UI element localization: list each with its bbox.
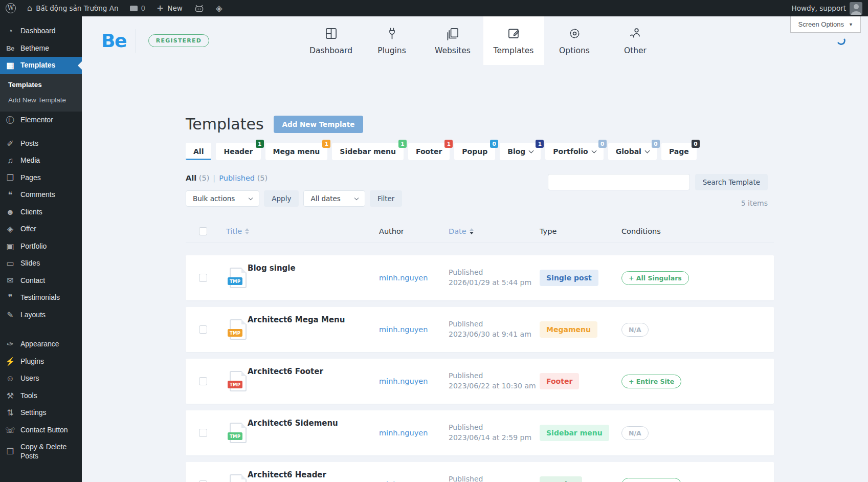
condition-pill[interactable]: + Entire Site <box>621 478 681 482</box>
betheme-nav-item[interactable]: Other <box>605 16 666 65</box>
add-new-template-button[interactable]: Add New Template <box>274 116 364 133</box>
sidebar-item[interactable]: ☺ Users <box>0 370 82 387</box>
sidebar-item[interactable]: ❝ Comments <box>0 186 82 204</box>
template-edit-icon <box>507 27 521 40</box>
filter-tab[interactable]: Popup 0 <box>454 143 495 160</box>
sidebar-item[interactable]: ▣ Portfolio <box>0 238 82 255</box>
sidebar-item[interactable]: ❐ Pages <box>0 169 82 187</box>
sidebar-item[interactable]: Templates <box>0 74 82 93</box>
sidebar-item[interactable]: ✐ Posts <box>0 135 82 152</box>
sidebar-item[interactable]: ◈ Offer <box>0 221 82 238</box>
column-date[interactable]: Date <box>449 227 540 235</box>
filter-tab[interactable]: Blog 1 <box>500 143 541 160</box>
column-title[interactable]: Title <box>219 227 379 235</box>
site-name-menu[interactable]: ⌂ Bất động sản Trường An <box>21 0 124 16</box>
select-all-checkbox[interactable] <box>199 227 207 235</box>
page-head: Templates Add New Template <box>186 115 774 133</box>
view-published-link[interactable]: Published (5) <box>219 174 268 182</box>
sidebar-item[interactable]: Add New Template <box>0 93 82 112</box>
sidebar-item[interactable]: ◔ Dashboard <box>0 23 82 40</box>
template-title-link[interactable]: Architect6 Header <box>248 470 326 479</box>
count-badge: 1 <box>398 140 407 148</box>
count-badge: 0 <box>490 140 498 148</box>
sidebar-item[interactable]: ▦ Templates <box>0 57 82 74</box>
author-link[interactable]: minh.nguyen <box>379 429 449 437</box>
wordpress-logo-menu[interactable]: W <box>0 0 21 16</box>
column-conditions: Conditions <box>621 227 774 235</box>
sidebar-item[interactable]: ▭ Slides <box>0 255 82 272</box>
condition-pill[interactable]: N/A <box>621 426 649 440</box>
row-checkbox[interactable] <box>199 274 207 282</box>
condition-pill[interactable]: N/A <box>621 323 649 337</box>
search-input[interactable] <box>548 174 690 190</box>
template-title-link[interactable]: Architect6 Sidemenu <box>248 419 338 428</box>
type-badge: Header <box>540 476 582 482</box>
betheme-nav-item[interactable]: Websites <box>422 16 483 65</box>
betheme-nav-item[interactable]: Templates <box>483 16 544 65</box>
sidebar-item[interactable]: ✉ Contact <box>0 272 82 290</box>
offer-icon: ◈ <box>5 225 15 233</box>
bulk-actions-select[interactable]: Bulk actions <box>186 190 259 207</box>
view-all-link[interactable]: All (5) <box>186 174 209 182</box>
column-author: Author <box>379 227 449 235</box>
new-content-menu[interactable]: + New <box>151 0 188 16</box>
betheme-logo[interactable]: Be <box>101 32 126 50</box>
condition-pill[interactable]: + Entire Site <box>621 375 681 388</box>
account-menu[interactable]: Howdy, support <box>786 0 868 16</box>
sidebar-item[interactable]: ✎ Layouts <box>0 306 82 324</box>
sidebar-item[interactable]: ⇅ Settings <box>0 404 82 422</box>
wordpress-logo-icon: W <box>6 3 16 13</box>
sidebar-item[interactable]: ⚡ Plugins <box>0 353 82 370</box>
filter-tab[interactable]: Global 0 <box>608 143 657 160</box>
search-template-button[interactable]: Search Template <box>695 174 768 190</box>
filter-tab[interactable]: Mega menu 1 <box>265 143 328 160</box>
admin-comments-menu[interactable]: 0 <box>124 0 151 16</box>
sidebar-item[interactable]: ✑ Appearance <box>0 336 82 353</box>
filter-tab[interactable]: Page 0 <box>661 143 697 160</box>
sidebar-item[interactable]: Be Betheme <box>0 40 82 57</box>
offer-menu[interactable]: ◈ <box>210 0 228 16</box>
template-file-icon: TMP <box>230 474 247 482</box>
betheme-nav-item[interactable]: Options <box>544 16 605 65</box>
howdy-text: Howdy, support <box>792 4 846 12</box>
row-checkbox[interactable] <box>199 377 207 385</box>
author-link[interactable]: minh.nguyen <box>379 274 449 282</box>
filter-tab[interactable]: All <box>186 143 211 160</box>
chevron-down-icon <box>644 148 650 153</box>
dates-filter-select[interactable]: All dates <box>303 190 365 207</box>
date-cell: Published 2023/06/14 at 2:39 pm <box>449 474 540 482</box>
condition-pill[interactable]: + All Singulars <box>621 271 689 285</box>
filter-tab[interactable]: Header 1 <box>216 143 260 160</box>
table-row: TMP Architect6 Mega Menu minh.nguyen Pub… <box>186 307 774 352</box>
betheme-nav-item[interactable]: Plugins <box>362 16 422 65</box>
diamond-icon: ◈ <box>216 4 222 13</box>
sidebar-item[interactable]: ❞ Testimonials <box>0 289 82 306</box>
comments-bubble-icon <box>130 6 138 11</box>
filter-tab[interactable]: Footer 1 <box>408 143 450 160</box>
author-link[interactable]: minh.nguyen <box>379 325 449 334</box>
sidebar-item[interactable]: ⚒ Tools <box>0 387 82 405</box>
row-checkbox[interactable] <box>199 429 207 437</box>
filter-tab[interactable]: Sidebar menu 1 <box>332 143 404 160</box>
count-badge: 1 <box>322 140 330 148</box>
betheme-nav-item[interactable]: Dashboard <box>301 16 362 65</box>
contact-button-menu[interactable] <box>188 0 210 16</box>
sidebar-item[interactable]: ☏ Contact Button <box>0 422 82 439</box>
sidebar-item[interactable]: ♫ Media <box>0 152 82 169</box>
template-title-link[interactable]: Blog single <box>248 264 296 273</box>
screen-options-button[interactable]: Screen Options ▼ <box>790 16 861 33</box>
sidebar-item[interactable]: Ⓔ Elementor <box>0 112 82 129</box>
row-checkbox[interactable] <box>199 325 207 334</box>
publish-date: 2023/06/30 at 9:41 am <box>449 330 540 340</box>
template-title-link[interactable]: Architect6 Mega Menu <box>248 315 345 324</box>
posts-icon: ✐ <box>5 140 15 148</box>
sidebar-item[interactable]: ❒ Copy & Delete Posts <box>0 439 82 465</box>
filter-button[interactable]: Filter <box>370 190 402 207</box>
apply-button[interactable]: Apply <box>264 190 299 207</box>
template-title-link[interactable]: Architect6 Footer <box>248 367 323 376</box>
author-link[interactable]: minh.nguyen <box>379 377 449 385</box>
plug-icon <box>385 27 399 40</box>
sidebar-item[interactable]: ☻ Clients <box>0 204 82 221</box>
filter-tab[interactable]: Portfolio 0 <box>545 143 603 160</box>
publish-date: 2023/06/14 at 2:59 pm <box>449 433 540 443</box>
